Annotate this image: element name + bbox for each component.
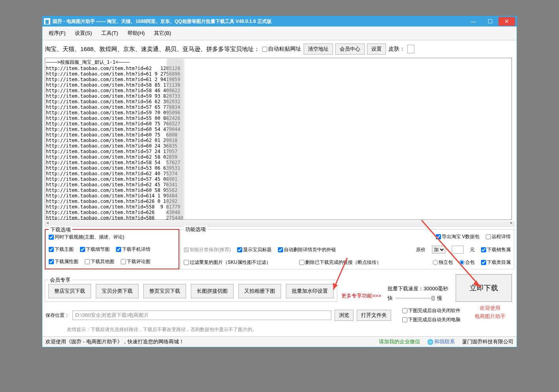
radio-indep-pkg[interactable]: 独立包 (433, 259, 453, 266)
member-title: 会员专享 (48, 276, 72, 284)
chk-attr-img[interactable]: 下载属性图 (49, 258, 78, 265)
more-features-link[interactable]: 更多专享功能>>> (341, 292, 381, 299)
url-textarea[interactable]: ————>校服园服_淘宝_默认_1-1<———— http://item.tao… (45, 58, 512, 220)
chk-delete-done[interactable]: 删除已下载完成的链接（断点续传） (299, 259, 381, 266)
download-now-button[interactable]: 立即下载 (456, 274, 512, 302)
speed-slider[interactable] (395, 297, 435, 299)
speed-block: 批量下载速度：30000毫秒 快 慢 (388, 285, 448, 302)
address-label: 淘宝、天猫、1688、敦煌网、京东、速卖通、易贝、亚马逊、拼多多等宝贝地址： (45, 45, 260, 53)
chk-close-pc[interactable]: 下图完成后自动关闭电脑 (402, 316, 460, 323)
menu-settings[interactable]: 设置(S) (71, 29, 96, 38)
function-options-group: 功能选项 导出淘宝 V数据包 远程详情 智能分类保存(推荐) 显示宝贝标题 自动… (180, 229, 514, 269)
status-contact[interactable]: 🌐 和我联系 (427, 338, 455, 345)
btn-long-pic[interactable]: 长图拼接切图 (191, 284, 234, 298)
speed-slow-label: 慢 (437, 295, 442, 302)
btn-category-download[interactable]: 宝贝分类下载 (96, 284, 139, 298)
save-path-input[interactable] (72, 311, 331, 320)
welcome-block: 欢迎使用 电商图片助手 (464, 304, 517, 321)
btn-youpai[interactable]: 又拍相册下图 (238, 284, 281, 298)
chk-show-title[interactable]: 显示宝贝标题 (237, 246, 272, 253)
toolbar: 淘宝、天猫、1688、敦煌网、京东、速卖通、易贝、亚马逊、拼多多等宝贝地址： 自… (42, 40, 517, 58)
skin-label: 皮肤： (388, 45, 405, 53)
radio-merge-pkg[interactable]: 合包 (459, 259, 475, 266)
settings-button[interactable]: 设置 (367, 44, 386, 55)
chk-smart-save[interactable]: 智能分类保存(推荐) (184, 246, 231, 253)
minimize-button[interactable]: — (465, 17, 482, 26)
download-options-group: 下载选项 同时下载视频(主图、描述、评论) 下载主图 下载细节图 下载手机详情 … (45, 229, 179, 269)
maximize-button[interactable]: ☐ (482, 17, 498, 26)
statusbar: 欢迎使用《固乔 - 电商图片助手》，快速打造您的网络商城！ 请加我的企业微信 🌐… (42, 336, 517, 347)
download-options-title: 下载选项 (49, 226, 72, 233)
speed-label: 批量下载速度：30000毫秒 (388, 285, 448, 292)
globe-icon: 🌐 (427, 339, 434, 345)
member-group: 会员专享 整店宝贝下载 宝贝分类下载 整页宝贝下载 长图拼接切图 又拍相册下图 … (45, 280, 337, 302)
hint-text: 友情提示：下载前请先选择好路径，下载后不要改变路径，否则数据包中显示不了图片的。 (42, 326, 464, 336)
member-section: 会员专享 整店宝贝下载 宝贝分类下载 整页宝贝下载 长图拼接切图 又拍相册下图 … (42, 272, 517, 304)
chk-mobile-detail[interactable]: 下载手机详情 (116, 246, 150, 253)
price-orig-label: 原价 (416, 246, 426, 253)
chk-category[interactable]: 下载类目属 (481, 259, 511, 266)
price-value-input[interactable] (452, 246, 464, 254)
btn-page-download[interactable]: 整页宝贝下载 (143, 284, 186, 298)
save-label: 保存位置： (46, 312, 69, 319)
menu-help[interactable]: 帮助(H) (124, 29, 149, 38)
app-icon: ▇ (44, 18, 50, 25)
browse-button[interactable]: 浏览 (335, 310, 354, 321)
status-left: 欢迎使用《固乔 - 电商图片助手》，快速打造您的网络商城！ (46, 338, 379, 345)
chk-main-img[interactable]: 下载主图 (49, 246, 74, 253)
skin-input[interactable] (407, 45, 414, 53)
chk-other-img[interactable]: 下载其他图 (85, 258, 114, 265)
status-center[interactable]: 请加我的企业微信 (379, 338, 420, 345)
chk-remote-detail[interactable]: 远程详情 (486, 233, 511, 240)
chk-sale-attr[interactable]: 下载销售属 (481, 246, 511, 253)
price-unit: 元 (470, 246, 475, 253)
menu-program[interactable]: 程序(F) (45, 29, 70, 38)
menubar: 程序(F) 设置(S) 工具(T) 帮助(H) 其它(B) (42, 27, 517, 40)
status-right: 厦门固乔科技有限公司 (462, 338, 513, 345)
welcome-line2: 电商图片助手 (475, 312, 506, 321)
member-center-button[interactable]: 会员中心 (335, 44, 365, 55)
save-row: 保存位置： 浏览 打开文件夹 下图完成后自动关闭软件 下图完成后自动关闭电脑 (42, 304, 464, 326)
chk-comment-img[interactable]: 下载评论图 (121, 258, 150, 265)
btn-shop-download[interactable]: 整店宝贝下载 (48, 284, 91, 298)
welcome-line1: 欢迎使用 (475, 304, 506, 312)
function-options-title: 功能选项 (184, 226, 207, 233)
chk-remove-links[interactable]: 自动删除详情页中的外链 (278, 246, 336, 253)
chk-detail-img[interactable]: 下载细节图 (80, 246, 110, 253)
chk-export-csv[interactable]: 导出淘宝 V数据包 (436, 233, 479, 240)
menu-other[interactable]: 其它(B) (150, 29, 175, 38)
horizontal-scrollbar[interactable] (45, 221, 514, 227)
speed-fast-label: 快 (388, 295, 393, 302)
chk-download-video[interactable]: 同时下载视频(主图、描述、评论) (49, 234, 124, 241)
chk-filter-dup[interactable]: 过滤重复的图片（SKU属性图不过滤） (184, 259, 271, 266)
menu-tools[interactable]: 工具(T) (97, 29, 122, 38)
auto-paste-checkbox[interactable]: 自动粘贴网址 (262, 45, 301, 53)
open-folder-button[interactable]: 打开文件夹 (357, 310, 391, 321)
window-title: 固乔 - 电商图片助手 —— 淘宝、天猫、1688阿里、京东、QQ相册等图片批量… (53, 18, 465, 25)
options-row: 下载选项 同时下载视频(主图、描述、评论) 下载主图 下载细节图 下载手机详情 … (42, 227, 517, 272)
url-list-area: ————>校服园服_淘宝_默认_1-1<———— http://item.tao… (42, 58, 517, 227)
chk-close-app[interactable]: 下图完成后自动关闭软件 (402, 307, 460, 314)
app-window: ▇ 固乔 - 电商图片助手 —— 淘宝、天猫、1688阿里、京东、QQ相册等图片… (42, 16, 517, 347)
btn-watermark[interactable]: 批量加水印设置 (286, 284, 334, 298)
clear-address-button[interactable]: 清空地址 (304, 44, 333, 55)
price-op-select[interactable]: 加 (432, 246, 445, 254)
close-button[interactable]: ✕ (498, 17, 515, 26)
titlebar: ▇ 固乔 - 电商图片助手 —— 淘宝、天猫、1688阿里、京东、QQ相册等图片… (42, 16, 517, 27)
